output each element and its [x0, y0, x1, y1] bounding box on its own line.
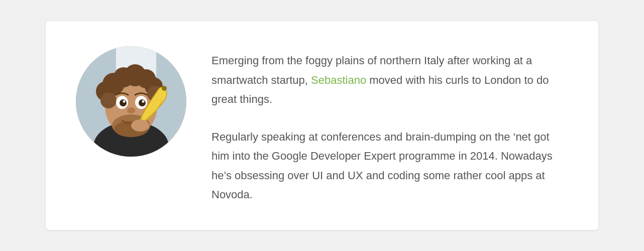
- svg-point-21: [127, 107, 135, 113]
- avatar-wrapper: [76, 46, 186, 157]
- bio-card: Emerging from the foggy plains of northe…: [46, 21, 598, 230]
- svg-point-20: [142, 100, 145, 103]
- bio-paragraph-2: Regularly speaking at conferences and br…: [211, 128, 568, 205]
- svg-point-11: [100, 92, 117, 108]
- svg-point-17: [120, 99, 127, 106]
- svg-point-22: [162, 86, 167, 91]
- svg-point-18: [139, 99, 146, 106]
- avatar: [76, 46, 186, 157]
- svg-point-23: [131, 119, 149, 132]
- bio-content: Emerging from the foggy plains of northe…: [211, 46, 568, 205]
- svg-point-19: [123, 100, 126, 103]
- bio-paragraph-1: Emerging from the foggy plains of northe…: [211, 51, 568, 109]
- bio-name-highlight: Sebastiano: [311, 74, 366, 86]
